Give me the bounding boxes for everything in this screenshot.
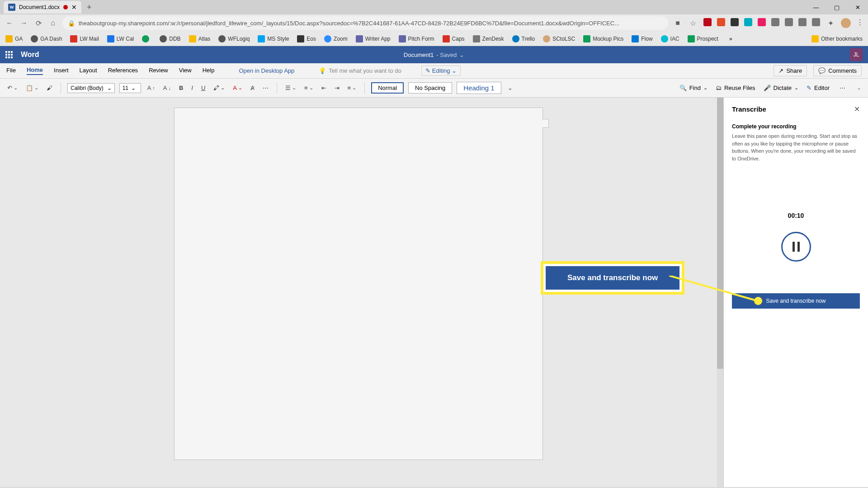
bookmark-item[interactable]: Mockup Pics [583,35,623,42]
ext-icon-9[interactable] [812,18,820,26]
clear-format-button[interactable]: A̷ [249,84,256,92]
undo-button[interactable]: ↶⌄ [5,84,19,92]
highlight-button[interactable]: 🖍⌄ [212,84,226,92]
bookmark-item[interactable]: Caps [443,35,465,42]
tell-me-search[interactable]: 💡 Tell me what you want to do [319,67,401,74]
pencil-icon: ✎ [425,67,430,74]
home-icon[interactable]: ⌂ [48,18,58,28]
style-normal[interactable]: Normal [371,82,404,94]
bullets-button[interactable]: ☰⌄ [283,84,298,92]
editing-mode-button[interactable]: ✎ Editing ⌄ [421,66,461,76]
browser-menu-icon[interactable]: ⋮ [856,18,863,28]
window-maximize-button[interactable]: ▢ [826,0,847,14]
size-select[interactable]: 11⌄ [119,83,141,93]
bookmark-item[interactable] [142,35,151,42]
comments-button[interactable]: 💬 Comments [813,65,862,76]
paste-button[interactable]: 📋⌄ [24,84,40,92]
bookmark-item[interactable]: Writer App [356,35,391,42]
bookmark-item[interactable]: GA [5,35,23,42]
other-bookmarks[interactable]: Other bookmarks [811,35,863,42]
bookmark-item[interactable]: Flow [632,35,652,42]
app-launcher-icon[interactable] [5,51,13,58]
dictate-button[interactable]: 🎤Dictate⌄ [764,84,798,91]
italic-button[interactable]: I [189,84,195,92]
style-no-spacing[interactable]: No Spacing [408,82,452,94]
reuse-files-button[interactable]: 🗂Reuse Files [716,84,755,91]
flipboard-ext-icon[interactable] [717,18,725,26]
open-desktop-button[interactable]: Open in Desktop App [239,67,294,74]
find-button[interactable]: 🔍Find⌄ [679,84,708,91]
font-color-button[interactable]: A⌄ [231,84,244,92]
bookmark-item[interactable]: IAC [661,35,679,42]
pdf-ext-icon[interactable] [731,18,739,26]
close-pane-icon[interactable]: ✕ [854,105,860,113]
pause-button[interactable] [781,232,811,262]
tab-home[interactable]: Home [27,66,43,75]
tab-view[interactable]: View [179,67,192,75]
bookmark-item[interactable]: Prospect [688,35,718,42]
window-close-button[interactable]: ✕ [847,0,868,14]
bookmark-item[interactable]: MS Style [258,35,289,42]
profile-avatar[interactable] [841,18,851,28]
tab-references[interactable]: References [108,67,138,75]
new-tab-button[interactable]: + [87,3,92,12]
pinterest-ext-icon[interactable] [703,18,712,26]
increase-indent-button[interactable]: ⇥ [333,84,341,92]
document-page[interactable] [174,108,543,460]
reload-icon[interactable]: ⟳ [33,18,43,28]
bookmark-item[interactable]: Pitch Form [399,35,434,42]
bold-button[interactable]: B [177,84,185,92]
ext-icon-7[interactable] [785,18,793,26]
user-badge[interactable]: JL [850,48,863,61]
bookmark-item[interactable]: GA Dash [31,35,62,42]
bookmark-star-icon[interactable]: ☆ [688,18,698,28]
browser-tab[interactable]: W Document1.docx ✕ [4,1,81,14]
document-title[interactable]: Document1 - Saved ⌄ [404,52,464,58]
bookmark-item[interactable]: WFLogiq [218,35,250,42]
url-box[interactable]: 🔒 theaboutgroup-my.sharepoint.com/:w:/r/… [62,16,668,30]
tab-layout[interactable]: Layout [80,67,97,75]
ext-icon-5[interactable] [758,18,766,26]
shrink-font-button[interactable]: A↓ [161,84,173,92]
tab-insert[interactable]: Insert [54,67,69,75]
document-scrollbar[interactable] [717,98,723,487]
bookmark-item[interactable]: Eos [297,35,316,42]
bookmark-item[interactable]: ZenDesk [473,35,504,42]
bookmark-item[interactable]: Atlas [189,35,211,42]
bookmarks-overflow-icon[interactable]: » [729,36,732,42]
bookmark-item[interactable]: SCtoLSC [543,35,575,42]
share-button[interactable]: ↗ Share [774,65,807,76]
decrease-indent-button[interactable]: ⇤ [320,84,328,92]
forward-icon[interactable]: → [19,18,29,28]
bookmark-item[interactable]: Trello [512,35,535,42]
more-font-button[interactable]: ⋯ [261,84,270,92]
bookmark-item[interactable]: LW Cal [107,35,134,42]
editor-button[interactable]: ✎Editor [807,84,830,91]
toolbar-more-button[interactable]: ⋯ [838,84,847,92]
extensions-icon[interactable]: ✦ [826,18,835,28]
save-transcribe-button[interactable]: Save and transcribe now [732,293,860,309]
ext-icon-6[interactable] [771,18,779,26]
scrollbar-thumb[interactable] [717,98,723,369]
format-painter-button[interactable]: 🖌 [45,84,54,92]
font-select[interactable]: Calibri (Body)⌄ [67,83,115,93]
ext-icon-4[interactable] [744,18,752,26]
back-icon[interactable]: ← [5,18,14,28]
tab-review[interactable]: Review [149,67,168,75]
collapse-ribbon-icon[interactable]: ⌄ [855,84,863,91]
tab-help[interactable]: Help [203,67,215,75]
numbering-button[interactable]: ≡⌄ [302,84,315,92]
bookmark-item[interactable]: Zoom [324,35,348,42]
align-button[interactable]: ≡⌄ [346,84,359,92]
style-heading1[interactable]: Heading 1 [457,82,501,94]
close-tab-icon[interactable]: ✕ [71,4,77,11]
bookmark-item[interactable]: LW Mail [70,35,99,42]
underline-button[interactable]: U [199,84,207,92]
ext-icon-8[interactable] [798,18,807,26]
window-minimize-button[interactable]: — [806,0,826,14]
camera-icon[interactable]: ■ [673,18,683,28]
grow-font-button[interactable]: A↑ [146,84,157,92]
styles-expand-button[interactable]: ⌄ [506,84,514,92]
bookmark-item[interactable]: DDB [160,35,180,42]
tab-file[interactable]: File [6,67,16,75]
